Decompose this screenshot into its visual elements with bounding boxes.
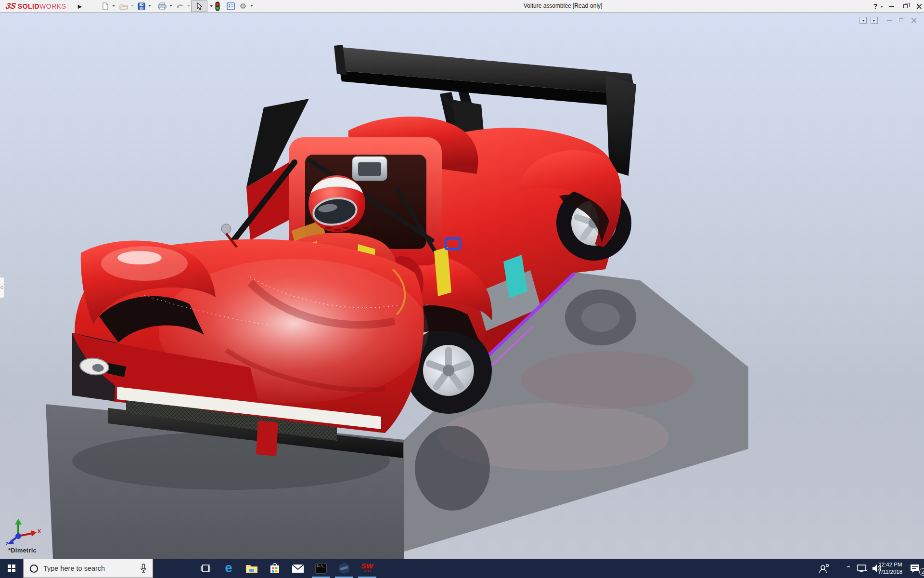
driver-helmet[interactable] [308, 175, 365, 232]
brand-works: WORKS [39, 2, 66, 10]
options-caret[interactable] [250, 5, 253, 7]
pane-right-button[interactable]: ▸ [870, 16, 878, 24]
open-button[interactable] [118, 1, 129, 11]
pane-arrow-right-icon: ▸ [871, 17, 878, 24]
store-icon [269, 563, 281, 574]
select-cursor-icon [196, 2, 203, 10]
task-view-icon [200, 564, 211, 573]
print-caret[interactable] [169, 5, 172, 7]
menu-flyout-arrow-icon[interactable]: ▶ [76, 1, 84, 11]
tray-time: 12:42 PM [875, 561, 906, 568]
undo-icon [176, 2, 184, 10]
action-center-button[interactable]: 2 [907, 559, 923, 578]
taskbar-edrawings[interactable] [333, 559, 356, 578]
help-caret[interactable] [880, 6, 883, 8]
minimize-icon [889, 6, 894, 7]
title-bar: 3S SOLID WORKS ▶ [0, 0, 924, 13]
interference-detection-button[interactable] [212, 1, 223, 11]
triad-z-label: z [6, 541, 8, 546]
save-icon [138, 2, 145, 10]
print-icon [158, 2, 167, 10]
taskbar-solidworks[interactable]: SW 2017 [356, 559, 379, 578]
doc-minimize-icon [887, 20, 892, 21]
people-icon [819, 564, 829, 573]
gear-icon: ⚙ [240, 1, 246, 11]
notification-badge: 2 [919, 568, 924, 576]
traffic-light-icon [215, 1, 220, 11]
save-caret[interactable] [148, 5, 151, 7]
open-icon [119, 2, 128, 10]
undo-caret[interactable] [187, 5, 190, 7]
taskbar-file-explorer[interactable] [240, 559, 263, 578]
doc-close-button[interactable] [909, 16, 918, 24]
tray-date: 7/11/2018 [875, 568, 906, 576]
model-voiture-canvas[interactable] [0, 13, 924, 559]
taskbar-search[interactable] [23, 559, 153, 578]
dassault-3s-icon: 3S [5, 1, 17, 11]
window-title: Voiture assomblee [Read-only] [524, 2, 602, 9]
microphone-icon[interactable] [140, 564, 147, 573]
side-mirror [221, 224, 231, 234]
task-view-button[interactable] [194, 559, 217, 578]
doc-close-icon [911, 18, 916, 23]
new-document-button[interactable] [100, 1, 111, 11]
file-explorer-icon [245, 563, 258, 574]
pane-arrow-left-icon: ◂ [860, 17, 867, 24]
taskbar-command-prompt[interactable]: C:\_ [309, 559, 333, 578]
network-icon [857, 565, 867, 573]
feature-manager-collapsed-tab[interactable] [0, 277, 5, 298]
close-button[interactable] [911, 0, 924, 13]
cortana-icon [30, 565, 38, 573]
action-center-icon [910, 564, 920, 573]
doc-restore-icon [899, 18, 903, 22]
doc-minimize-button[interactable] [885, 16, 894, 24]
solidworks-window: 3S SOLID WORKS ▶ [0, 0, 924, 578]
select-tool-button[interactable] [191, 0, 207, 12]
start-button[interactable] [0, 559, 23, 578]
tray-overflow-button[interactable]: ⌃ [842, 559, 855, 578]
hexagon-app-icon [338, 563, 350, 574]
triad-x-label: X [38, 528, 41, 534]
minimize-button[interactable] [885, 0, 899, 13]
restore-button[interactable] [898, 0, 912, 13]
taskbar-edge[interactable]: e [217, 559, 240, 578]
save-button[interactable] [136, 1, 147, 11]
windows-taskbar: e C:\_ [0, 559, 924, 578]
feature-properties-button[interactable] [225, 1, 236, 11]
tray-clock[interactable]: 12:42 PM 7/11/2018 [875, 561, 906, 576]
graphics-area[interactable]: ◂ ▸ X z *Dimetric [0, 13, 924, 559]
taskbar-mail[interactable] [286, 559, 309, 578]
windows-logo-icon [8, 565, 15, 572]
undo-button[interactable] [175, 1, 185, 11]
edge-icon: e [225, 562, 232, 575]
open-caret[interactable] [131, 5, 134, 7]
reference-triad: X z [6, 519, 44, 549]
new-document-caret[interactable] [112, 5, 115, 7]
pane-left-button[interactable]: ◂ [859, 16, 867, 24]
tab-handle-icon [0, 286, 3, 289]
network-button[interactable] [855, 559, 869, 578]
people-button[interactable] [815, 559, 833, 578]
mail-icon [292, 564, 304, 573]
chevron-up-icon: ⌃ [845, 565, 852, 572]
new-document-icon [102, 2, 109, 10]
close-icon [916, 4, 922, 9]
options-button[interactable]: ⚙ [238, 1, 248, 11]
brand-solid: SOLID [18, 2, 39, 10]
taskbar-store[interactable] [263, 559, 286, 578]
doc-restore-button[interactable] [896, 16, 906, 24]
print-button[interactable] [157, 1, 167, 11]
solidworks-2017-icon: SW 2017 [361, 563, 373, 574]
properties-list-icon [227, 2, 235, 10]
help-icon: ? [873, 2, 878, 10]
solidworks-logo: 3S SOLID WORKS [6, 1, 66, 12]
view-orientation-label: *Dimetric [8, 547, 37, 554]
restore-icon [903, 4, 908, 8]
command-prompt-icon: C:\_ [315, 563, 327, 574]
search-input[interactable] [42, 564, 140, 573]
